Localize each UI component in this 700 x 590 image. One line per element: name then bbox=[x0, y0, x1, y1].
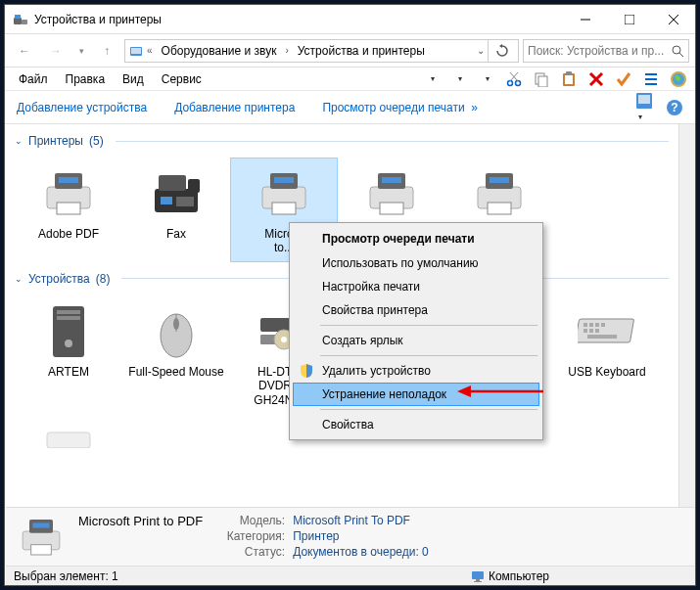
breadcrumb-seg[interactable]: Устройства и принтеры bbox=[292, 40, 431, 62]
ctx-create-shortcut[interactable]: Создать ярлык bbox=[293, 329, 539, 352]
device-item[interactable]: USB Keyboard bbox=[553, 295, 661, 414]
svg-rect-72 bbox=[601, 323, 605, 327]
svg-rect-81 bbox=[32, 522, 49, 527]
svg-rect-85 bbox=[474, 581, 482, 582]
svg-rect-33 bbox=[638, 95, 650, 104]
svg-rect-52 bbox=[380, 203, 403, 214]
back-button[interactable]: ← bbox=[11, 39, 38, 63]
fax-icon bbox=[149, 169, 204, 218]
cut-icon[interactable] bbox=[503, 68, 525, 90]
svg-rect-69 bbox=[583, 323, 587, 327]
fax-item[interactable]: Fax bbox=[122, 158, 230, 262]
svg-rect-76 bbox=[587, 335, 617, 339]
svg-rect-83 bbox=[472, 571, 484, 579]
svg-point-9 bbox=[673, 46, 680, 54]
svg-point-16 bbox=[508, 80, 513, 85]
svg-rect-23 bbox=[565, 75, 573, 84]
ctx-delete-device[interactable]: Удалить устройство bbox=[293, 359, 539, 383]
printer-icon bbox=[257, 169, 311, 218]
status-left: Выбран элемент: 1 bbox=[14, 569, 118, 583]
annotation-arrow bbox=[457, 382, 545, 401]
svg-rect-55 bbox=[490, 177, 509, 183]
menu-bar: Файл Правка Вид Сервис ▾ ▾ ▾ bbox=[5, 68, 695, 91]
group-printers[interactable]: ⌄ Принтеры (5) bbox=[5, 128, 678, 154]
svg-point-17 bbox=[516, 80, 521, 85]
device-item[interactable]: ARTEM bbox=[15, 295, 122, 414]
svg-rect-74 bbox=[589, 329, 593, 333]
svg-rect-58 bbox=[57, 310, 80, 314]
svg-rect-2 bbox=[22, 20, 27, 24]
copy-icon[interactable]: ▾ bbox=[476, 68, 497, 90]
menu-edit[interactable]: Правка bbox=[58, 69, 114, 89]
refresh-button[interactable] bbox=[488, 40, 515, 62]
svg-rect-48 bbox=[272, 203, 296, 214]
ctx-properties[interactable]: Свойства bbox=[293, 413, 539, 436]
search-input[interactable]: Поиск: Устройства и пр... bbox=[523, 39, 689, 63]
minimize-button[interactable] bbox=[563, 5, 607, 33]
svg-rect-21 bbox=[538, 76, 547, 87]
svg-point-67 bbox=[281, 337, 287, 342]
printer-icon-large bbox=[18, 514, 65, 561]
printer-item[interactable]: Adobe PDF bbox=[15, 158, 122, 262]
device-item[interactable] bbox=[15, 422, 122, 459]
list-icon[interactable] bbox=[640, 68, 662, 90]
svg-rect-42 bbox=[188, 179, 200, 193]
svg-rect-44 bbox=[176, 197, 194, 206]
svg-rect-71 bbox=[595, 323, 599, 327]
check-icon[interactable] bbox=[613, 68, 634, 90]
up-button[interactable]: ↑ bbox=[93, 39, 120, 63]
menu-view[interactable]: Вид bbox=[115, 69, 152, 89]
context-menu: Просмотр очереди печати Использовать по … bbox=[289, 222, 543, 440]
svg-rect-82 bbox=[31, 545, 52, 555]
devices-icon bbox=[13, 12, 28, 27]
ctx-header[interactable]: Просмотр очереди печати bbox=[293, 226, 539, 251]
svg-point-60 bbox=[65, 340, 72, 347]
help-button[interactable]: ? bbox=[666, 99, 683, 116]
nav-bar: ← → ▾ ↑ « Оборудование и звук › Устройст… bbox=[5, 34, 695, 68]
view-queue-cmd[interactable]: Просмотр очереди печати » bbox=[322, 101, 478, 114]
svg-rect-43 bbox=[161, 197, 172, 204]
ctx-print-settings[interactable]: Настройка печати bbox=[293, 275, 539, 298]
close-button[interactable] bbox=[651, 5, 695, 33]
menu-tools[interactable]: Сервис bbox=[154, 69, 210, 89]
printer-icon bbox=[472, 169, 527, 218]
doc-icon[interactable]: ▾ bbox=[448, 68, 470, 90]
ctx-printer-props[interactable]: Свойства принтера bbox=[293, 298, 539, 322]
copy2-icon[interactable] bbox=[531, 68, 552, 90]
forward-button[interactable]: → bbox=[42, 39, 70, 63]
search-placeholder: Поиск: Устройства и пр... bbox=[528, 44, 664, 58]
svg-rect-70 bbox=[589, 323, 593, 327]
svg-rect-47 bbox=[274, 177, 294, 183]
breadcrumb-seg[interactable]: Оборудование и звук bbox=[156, 40, 283, 62]
svg-point-63 bbox=[173, 318, 179, 330]
keyboard-icon bbox=[578, 317, 636, 346]
maximize-button[interactable] bbox=[607, 5, 651, 33]
svg-rect-41 bbox=[159, 175, 186, 191]
printer-icon bbox=[41, 169, 96, 218]
printer-icon bbox=[364, 169, 419, 218]
menu-file[interactable]: Файл bbox=[11, 69, 56, 89]
search-icon bbox=[671, 44, 684, 58]
delete-icon[interactable] bbox=[585, 68, 607, 90]
address-bar[interactable]: « Оборудование и звук › Устройства и при… bbox=[124, 39, 519, 63]
ctx-set-default[interactable]: Использовать по умолчанию bbox=[293, 251, 539, 275]
view-mode-button[interactable]: ▾ bbox=[636, 93, 660, 122]
fav-icon[interactable]: ▾ bbox=[421, 68, 443, 90]
globe-icon[interactable] bbox=[668, 68, 689, 90]
add-device-cmd[interactable]: Добавление устройства bbox=[17, 101, 147, 114]
details-name: Microsoft Print to PDF bbox=[78, 514, 203, 528]
svg-rect-1 bbox=[15, 15, 21, 19]
paste-icon[interactable] bbox=[558, 68, 580, 90]
device-item[interactable]: Full-Speed Mouse bbox=[122, 295, 230, 414]
svg-rect-0 bbox=[14, 18, 22, 24]
svg-rect-84 bbox=[476, 579, 480, 581]
recent-dropdown[interactable]: ▾ bbox=[73, 39, 89, 63]
window-title: Устройства и принтеры bbox=[34, 13, 162, 26]
status-bar: Выбран элемент: 1 Компьютер bbox=[6, 566, 694, 585]
svg-rect-56 bbox=[488, 203, 511, 214]
svg-rect-51 bbox=[382, 177, 401, 183]
add-printer-cmd[interactable]: Добавление принтера bbox=[174, 101, 295, 114]
address-dropdown[interactable]: ⌄ bbox=[474, 45, 488, 56]
svg-line-10 bbox=[679, 53, 683, 57]
svg-rect-59 bbox=[57, 316, 80, 320]
